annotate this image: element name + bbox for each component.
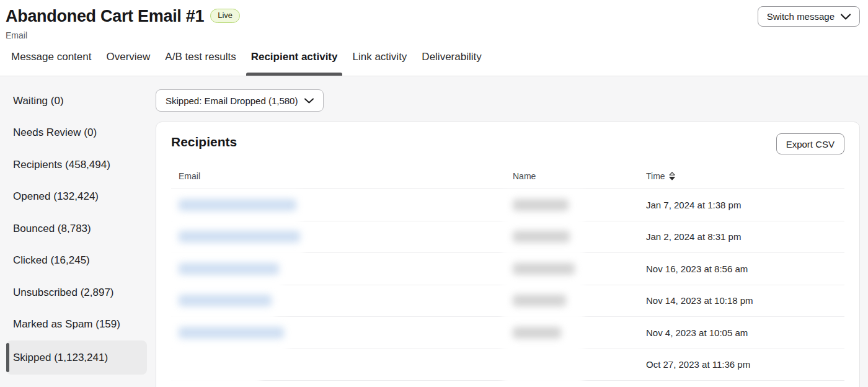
export-csv-button[interactable]: Export CSV xyxy=(776,133,844,154)
table-row[interactable]: Nov 14, 2023 at 10:18 pm xyxy=(171,285,844,318)
column-header-time-sortable[interactable]: Time xyxy=(646,171,844,181)
column-header-email: Email xyxy=(171,171,513,181)
tab-recipient-activity[interactable]: Recipient activity xyxy=(246,51,343,76)
sidebar-item-bounced[interactable]: Bounced (8,783) xyxy=(6,213,147,245)
redacted-email-smudge xyxy=(179,295,272,306)
redacted-email-cell xyxy=(171,221,513,253)
redacted-email-cell xyxy=(171,189,513,221)
redacted-name-smudge xyxy=(513,199,569,211)
tab-message-content[interactable]: Message content xyxy=(6,51,96,76)
channel-subtitle: Email xyxy=(6,30,860,40)
chevron-down-icon xyxy=(304,98,314,104)
tab-link-activity[interactable]: Link activity xyxy=(347,51,412,76)
recipients-card: Recipients Export CSV Email Name Time xyxy=(156,122,860,387)
column-header-name: Name xyxy=(513,171,646,181)
redacted-name-smudge xyxy=(513,263,575,275)
status-badge: Live xyxy=(210,9,240,23)
sidebar-item-waiting[interactable]: Waiting (0) xyxy=(6,85,147,117)
table-row[interactable]: Jan 7, 2024 at 1:38 pm xyxy=(171,189,844,221)
skipped-reason-dropdown-value: Skipped: Email Dropped (1,580) xyxy=(166,96,298,106)
redacted-name-cell xyxy=(513,349,646,381)
chevron-down-icon xyxy=(841,14,851,20)
sidebar-item-unsubscribed[interactable]: Unsubscribed (2,897) xyxy=(6,277,147,309)
selected-indicator-bar xyxy=(6,343,9,372)
redacted-email-cell xyxy=(171,285,513,317)
switch-message-button[interactable]: Switch message xyxy=(758,6,860,27)
recipients-card-title: Recipients xyxy=(171,135,237,149)
content-area: Waiting (0) Needs Review (0) Recipients … xyxy=(0,76,868,387)
sidebar-item-skipped[interactable]: Skipped (1,123,241) xyxy=(6,340,147,375)
redacted-email-smudge xyxy=(179,199,296,211)
page-header: Abandoned Cart Email #1 Live Switch mess… xyxy=(0,0,868,76)
table-row[interactable]: Nov 4, 2023 at 10:05 am xyxy=(171,317,844,349)
time-cell: Nov 14, 2023 at 10:18 pm xyxy=(646,295,844,306)
redacted-name-cell xyxy=(513,221,646,253)
activity-sidebar: Waiting (0) Needs Review (0) Recipients … xyxy=(6,85,147,387)
time-cell: Jan 2, 2024 at 8:31 pm xyxy=(646,231,844,242)
redacted-name-cell xyxy=(513,317,646,349)
tab-deliverability[interactable]: Deliverability xyxy=(417,51,486,76)
redacted-email-smudge xyxy=(179,327,284,339)
recipients-card-header: Recipients Export CSV xyxy=(171,133,844,154)
redacted-name-smudge xyxy=(513,327,561,339)
sidebar-item-recipients[interactable]: Recipients (458,494) xyxy=(6,149,147,181)
tab-ab-test-results[interactable]: A/B test results xyxy=(160,51,241,76)
sidebar-item-opened[interactable]: Opened (132,424) xyxy=(6,181,147,213)
title-row: Abandoned Cart Email #1 Live Switch mess… xyxy=(6,6,860,27)
time-cell: Jan 7, 2024 at 1:38 pm xyxy=(646,200,844,210)
time-cell: Nov 16, 2023 at 8:56 am xyxy=(646,264,844,274)
redacted-email-cell xyxy=(171,253,513,285)
time-cell: Oct 27, 2023 at 11:36 pm xyxy=(646,359,844,370)
page-title: Abandoned Cart Email #1 xyxy=(6,6,204,26)
redacted-name-cell xyxy=(513,189,646,221)
sidebar-item-clicked[interactable]: Clicked (16,245) xyxy=(6,245,147,277)
redacted-email-smudge xyxy=(179,231,300,242)
redacted-name-cell xyxy=(513,253,646,285)
sidebar-item-label: Skipped (1,123,241) xyxy=(13,352,108,364)
sidebar-item-marked-as-spam[interactable]: Marked as Spam (159) xyxy=(6,309,147,341)
sidebar-item-needs-review[interactable]: Needs Review (0) xyxy=(6,117,147,149)
skipped-reason-dropdown[interactable]: Skipped: Email Dropped (1,580) xyxy=(156,89,324,112)
time-cell: Nov 4, 2023 at 10:05 am xyxy=(646,327,844,338)
table-row[interactable]: Nov 16, 2023 at 8:56 am xyxy=(171,253,844,285)
recipients-table-header: Email Name Time xyxy=(171,171,844,189)
tab-bar: Message content Overview A/B test result… xyxy=(6,51,860,76)
redacted-email-cell xyxy=(171,317,513,349)
column-header-time-label: Time xyxy=(646,171,665,181)
table-row[interactable]: Jan 2, 2024 at 8:31 pm xyxy=(171,221,844,254)
redacted-email-cell xyxy=(171,349,513,381)
tab-overview[interactable]: Overview xyxy=(101,51,155,76)
main-panel: Skipped: Email Dropped (1,580) Recipient… xyxy=(156,85,860,387)
recipients-table: Email Name Time Jan 7, 2024 at 1:38 pm xyxy=(171,171,844,381)
table-row[interactable]: Oct 27, 2023 at 11:36 pm xyxy=(171,349,844,381)
redacted-name-smudge xyxy=(513,295,566,306)
redacted-email-smudge xyxy=(179,263,279,275)
switch-message-label: Switch message xyxy=(767,11,835,22)
redacted-name-smudge xyxy=(513,231,570,242)
sort-descending-icon xyxy=(669,172,675,180)
redacted-name-cell xyxy=(513,285,646,317)
